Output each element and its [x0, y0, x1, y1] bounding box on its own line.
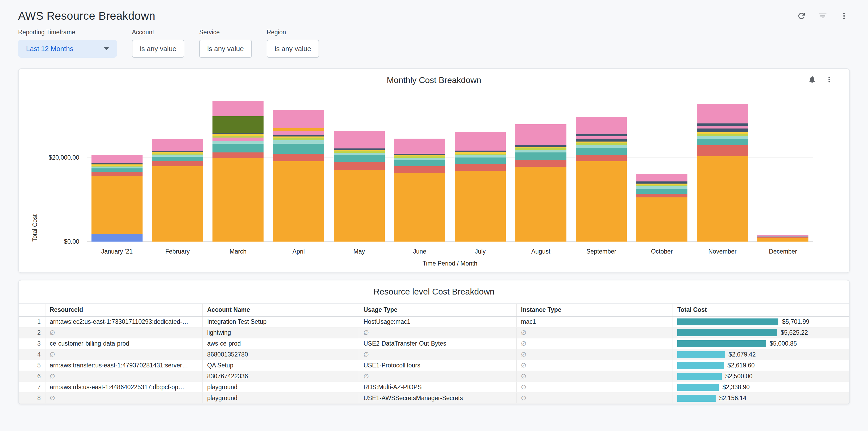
bar-segment-olive[interactable] [213, 116, 264, 133]
bar-segment-orange[interactable] [152, 166, 203, 242]
bar-segment-coral[interactable] [91, 172, 143, 176]
table-card-header: Resource level Cost Breakdown [19, 287, 849, 297]
stacked-bar[interactable] [576, 117, 627, 242]
bar-segment-orange[interactable] [394, 173, 445, 242]
bar-segment-pink[interactable] [213, 101, 264, 116]
bar-segment-slate[interactable] [273, 134, 324, 136]
bar-segment-green[interactable] [273, 138, 324, 140]
bar-segment-mint[interactable] [576, 145, 627, 148]
bar-segment-mint[interactable] [637, 186, 687, 189]
stacked-bar[interactable] [637, 174, 687, 242]
bar-segment-coral[interactable] [697, 145, 748, 156]
bar-segment-orange[interactable] [455, 171, 506, 242]
region-filter-button[interactable]: is any value [267, 40, 319, 58]
bar-segment-slate[interactable] [637, 181, 687, 184]
bar-segment-pink[interactable] [516, 124, 566, 143]
bar-segment-pink[interactable] [697, 126, 748, 128]
stacked-bar[interactable] [152, 139, 203, 242]
column-header[interactable]: Usage Type [359, 303, 517, 316]
bar-segment-orange[interactable] [273, 128, 324, 131]
bar-segment-teal[interactable] [213, 144, 264, 152]
bar-segment-pink[interactable] [213, 137, 264, 141]
stacked-bar[interactable] [516, 124, 566, 242]
bar-segment-orange[interactable] [334, 170, 385, 242]
bar-segment-orange[interactable] [516, 167, 566, 242]
more-menu-button[interactable] [838, 10, 850, 22]
bar-segment-coral[interactable] [213, 152, 264, 158]
bar-segment-pink[interactable] [576, 117, 627, 134]
chart-more-menu-button[interactable] [824, 74, 835, 85]
bar-segment-coral[interactable] [637, 194, 687, 197]
bar-segment-orange[interactable] [91, 176, 143, 234]
bar-segment-coral[interactable] [455, 164, 506, 171]
bar-segment-teal[interactable] [697, 139, 748, 146]
service-filter-button[interactable]: is any value [199, 40, 252, 58]
bar-segment-teal[interactable] [516, 152, 566, 160]
bar-segment-coral[interactable] [334, 162, 385, 170]
bar-segment-mint[interactable] [91, 166, 143, 168]
stacked-bar[interactable] [334, 131, 385, 242]
bar-segment-mint[interactable] [334, 153, 385, 155]
bar-segment-mint[interactable] [273, 140, 324, 144]
bar-segment-blue[interactable] [91, 234, 143, 242]
bar-segment-pink[interactable] [394, 138, 445, 154]
alert-bell-button[interactable] [807, 74, 817, 85]
column-header[interactable]: ResourceId [45, 303, 203, 316]
stacked-bar[interactable] [273, 110, 324, 242]
bar-segment-pink[interactable] [334, 131, 385, 147]
bar-segment-mint[interactable] [394, 158, 445, 160]
bar-segment-pink[interactable] [576, 136, 627, 138]
account-filter-button[interactable]: is any value [132, 40, 184, 58]
bar-segment-mint[interactable] [152, 155, 203, 157]
bar-segment-pink[interactable] [273, 110, 324, 128]
bar-segment-orange[interactable] [576, 161, 627, 242]
bar-segment-pink[interactable] [91, 155, 143, 163]
bar-segment-pink[interactable] [516, 143, 566, 145]
bar-segment-orange[interactable] [637, 197, 687, 242]
bar-segment-mint[interactable] [697, 136, 748, 139]
bar-segment-pink[interactable] [273, 131, 324, 134]
bar-segment-pink[interactable] [152, 139, 203, 151]
dashboard-filters-button[interactable] [817, 10, 829, 22]
reporting-timeframe-select[interactable]: Last 12 Months [18, 40, 117, 58]
bar-segment-teal[interactable] [637, 189, 687, 194]
bar-segment-pink[interactable] [637, 174, 687, 180]
stacked-bar[interactable] [394, 138, 445, 242]
refresh-button[interactable] [796, 10, 807, 22]
bar-segment-yellow[interactable] [273, 136, 324, 138]
bar-segment-mint[interactable] [455, 155, 506, 157]
stacked-bar[interactable] [213, 101, 264, 242]
bar-segment-coral[interactable] [576, 155, 627, 161]
column-header[interactable]: Account Name [203, 303, 359, 316]
bar-segment-slate[interactable] [516, 145, 566, 147]
bar-segment-pink[interactable] [697, 104, 748, 123]
bar-segment-teal[interactable] [91, 168, 143, 172]
bar-segment-mint[interactable] [516, 150, 566, 152]
bar-segment-teal[interactable] [152, 157, 203, 161]
bar-segment-orange[interactable] [697, 156, 748, 242]
bar-segment-pink[interactable] [455, 132, 506, 149]
bar-segment-coral[interactable] [273, 154, 324, 161]
bar-segment-teal[interactable] [455, 157, 506, 164]
stacked-bar[interactable] [91, 155, 143, 242]
bar-segment-orange[interactable] [213, 158, 264, 242]
bar-segment-slate[interactable] [697, 123, 748, 126]
bar-segment-coral[interactable] [516, 160, 566, 167]
bar-segment-orange[interactable] [757, 238, 808, 242]
bar-segment-teal[interactable] [394, 160, 445, 166]
bar-segment-slate[interactable] [697, 128, 748, 132]
bar-segment-teal[interactable] [334, 155, 385, 162]
stacked-bar[interactable] [455, 132, 506, 242]
column-header[interactable]: Total Cost [673, 303, 849, 316]
bar-segment-coral[interactable] [152, 161, 203, 166]
bar-segment-coral[interactable] [394, 166, 445, 173]
bar-segment-green[interactable] [697, 134, 748, 136]
bar-segment-orange[interactable] [273, 161, 324, 242]
bar-segment-mint[interactable] [213, 141, 264, 144]
stacked-bar[interactable] [697, 104, 748, 242]
column-header[interactable]: Instance Type [517, 303, 673, 316]
bar-segment-teal[interactable] [576, 148, 627, 155]
bar-segment-slate[interactable] [576, 138, 627, 142]
stacked-bar[interactable] [757, 235, 808, 242]
bar-segment-teal[interactable] [273, 144, 324, 154]
